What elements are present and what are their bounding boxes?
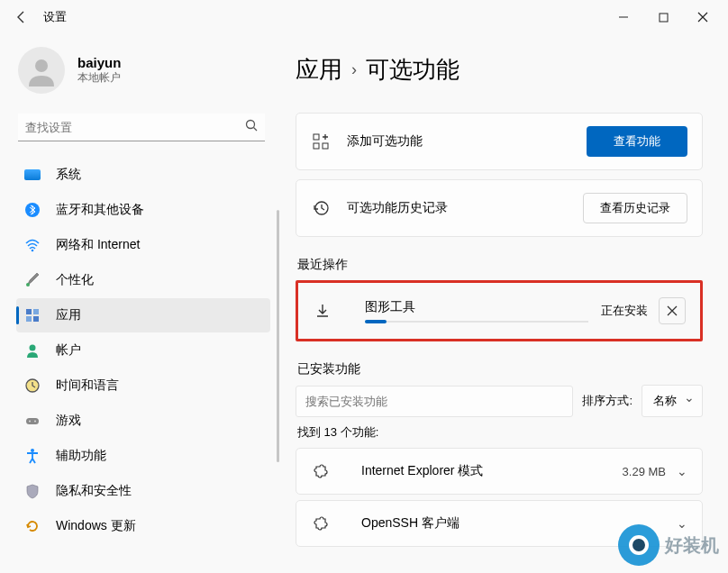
sidebar-item-label: 时间和语言 [56, 377, 119, 394]
result-count: 找到 13 个功能: [297, 424, 703, 441]
svg-rect-1 [660, 14, 668, 22]
svg-point-17 [31, 449, 34, 452]
svg-line-4 [254, 128, 258, 132]
sidebar-item-privacy[interactable]: 隐私和安全性 [16, 474, 270, 508]
feature-size: 3.29 MB [623, 465, 666, 478]
svg-point-7 [26, 283, 30, 286]
history-icon [311, 198, 331, 218]
user-profile[interactable]: baiyun 本地帐户 [16, 40, 279, 110]
wifi-icon [23, 236, 41, 254]
svg-point-3 [247, 121, 255, 129]
install-status: 正在安装 [601, 303, 648, 319]
sidebar-item-accounts[interactable]: 帐户 [16, 333, 270, 368]
feature-name: Internet Explorer 模式 [361, 463, 623, 479]
sort-select[interactable]: 名称 [642, 385, 703, 417]
breadcrumb-parent[interactable]: 应用 [296, 54, 342, 86]
sidebar-item-system[interactable]: 系统 [16, 158, 270, 192]
svg-rect-19 [314, 143, 319, 149]
nav-list: 系统 蓝牙和其他设备 网络和 Internet 个性化 应用 帐户 [16, 158, 279, 543]
sidebar-item-network[interactable]: 网络和 Internet [16, 228, 270, 262]
sidebar-item-label: 辅助功能 [56, 448, 106, 464]
person-icon [23, 341, 41, 359]
svg-point-16 [34, 421, 36, 423]
install-progress [365, 321, 588, 323]
user-subtitle: 本地帐户 [77, 70, 121, 86]
svg-rect-11 [33, 316, 39, 322]
recent-section-title: 最近操作 [297, 257, 703, 273]
svg-rect-8 [26, 309, 32, 314]
chevron-down-icon: ⌄ [677, 464, 687, 478]
clock-icon [23, 377, 41, 395]
sidebar-item-label: 蓝牙和其他设备 [56, 202, 144, 218]
gamepad-icon [23, 412, 41, 430]
svg-rect-20 [323, 143, 328, 149]
svg-rect-9 [33, 309, 39, 314]
installed-section-title: 已安装功能 [297, 361, 703, 377]
sidebar-item-apps[interactable]: 应用 [16, 298, 270, 332]
svg-rect-10 [26, 316, 32, 322]
filter-input[interactable] [296, 386, 573, 417]
breadcrumb-separator: › [351, 60, 357, 79]
cancel-install-button[interactable] [659, 297, 686, 324]
apps-icon [23, 306, 41, 324]
puzzle-icon [311, 514, 331, 533]
sidebar-item-label: Windows 更新 [56, 518, 136, 534]
close-button[interactable] [683, 3, 723, 32]
user-name: baiyun [77, 55, 121, 70]
sidebar-item-label: 游戏 [56, 413, 81, 429]
svg-point-15 [29, 421, 31, 423]
brush-icon [23, 271, 41, 289]
view-history-button[interactable]: 查看历史记录 [583, 193, 687, 223]
search-icon [245, 119, 258, 135]
watermark-logo-icon [618, 524, 660, 566]
minimize-button[interactable] [604, 3, 643, 32]
svg-point-12 [30, 345, 36, 351]
back-button[interactable] [5, 3, 38, 32]
system-icon [23, 166, 41, 184]
sidebar-item-personalization[interactable]: 个性化 [16, 263, 270, 297]
svg-rect-14 [26, 418, 39, 424]
feature-row[interactable]: Internet Explorer 模式 3.29 MB ⌄ [296, 448, 703, 495]
avatar [18, 47, 65, 94]
accessibility-icon [23, 447, 41, 465]
sidebar-item-label: 个性化 [56, 272, 94, 288]
maximize-button[interactable] [643, 3, 683, 32]
install-item-name: 图形工具 [365, 299, 588, 315]
add-feature-label: 添加可选功能 [347, 133, 587, 150]
history-label: 可选功能历史记录 [347, 200, 583, 216]
sidebar-item-time-language[interactable]: 时间和语言 [16, 368, 270, 403]
view-features-button[interactable]: 查看功能 [587, 126, 687, 157]
grid-plus-icon [311, 132, 331, 151]
bluetooth-icon [23, 201, 41, 219]
svg-point-2 [35, 59, 48, 72]
sidebar-item-gaming[interactable]: 游戏 [16, 404, 270, 438]
sidebar-item-label: 帐户 [56, 342, 81, 359]
search-box[interactable] [18, 114, 265, 141]
watermark-text: 好装机 [665, 533, 719, 558]
sidebar: baiyun 本地帐户 系统 蓝牙和其他设备 网络和 Internet [0, 34, 279, 573]
puzzle-icon [311, 461, 331, 481]
sidebar-item-label: 网络和 Internet [56, 237, 140, 253]
watermark: 好装机 [618, 524, 719, 566]
sidebar-scrollbar[interactable] [277, 210, 279, 462]
sidebar-item-label: 应用 [56, 307, 81, 323]
download-icon [313, 301, 332, 321]
window-title: 设置 [43, 9, 67, 25]
sidebar-item-accessibility[interactable]: 辅助功能 [16, 439, 270, 473]
svg-rect-18 [314, 134, 319, 140]
sidebar-item-label: 系统 [56, 167, 81, 183]
search-input[interactable] [25, 121, 245, 134]
sidebar-item-update[interactable]: Windows 更新 [16, 509, 270, 543]
svg-point-6 [32, 250, 34, 252]
breadcrumb-current: 可选功能 [366, 54, 460, 86]
add-feature-card: 添加可选功能 查看功能 [296, 113, 703, 170]
sort-label: 排序方式: [582, 393, 632, 409]
titlebar: 设置 [0, 0, 728, 34]
sidebar-item-label: 隐私和安全性 [56, 483, 132, 499]
breadcrumb: 应用 › 可选功能 [296, 54, 703, 86]
update-icon [23, 517, 41, 535]
recent-install-card: 图形工具 正在安装 [296, 280, 703, 341]
content: 应用 › 可选功能 添加可选功能 查看功能 可选功能历史记录 查看历史记录 最近… [279, 34, 728, 573]
sidebar-item-bluetooth[interactable]: 蓝牙和其他设备 [16, 193, 270, 227]
shield-icon [23, 482, 41, 500]
